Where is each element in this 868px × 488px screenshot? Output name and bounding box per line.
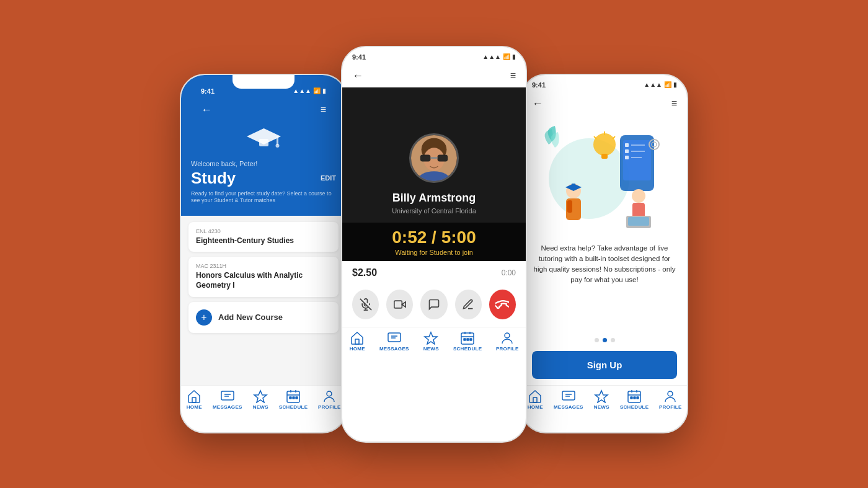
add-course-button[interactable]: + Add New Course (188, 302, 339, 333)
nav-schedule-left[interactable]: SCHEDULE (279, 389, 308, 410)
courses-area: ENL 4230 Eighteenth-Century Studies MAC … (181, 216, 346, 385)
svg-rect-42 (567, 200, 572, 213)
bottom-nav-right: HOME MESSAGES (522, 385, 687, 415)
svg-rect-5 (221, 391, 234, 400)
phone-left: 9:41 ▲▲▲ 📶 ▮ ← ≡ (180, 74, 347, 433)
wifi-icon-r: 📶 (664, 81, 671, 88)
waiting-text: Waiting for Student to join (395, 249, 473, 256)
video-area: Billy Armstrong University of Central Fl… (342, 87, 526, 261)
time-center: 9:41 (352, 53, 366, 61)
add-icon: + (196, 309, 212, 326)
news-icon-c (423, 331, 439, 345)
schedule-icon-left (285, 389, 301, 403)
nav-label-msg-c: MESSAGES (379, 346, 409, 352)
nav-label-sched-left: SCHEDULE (279, 404, 308, 410)
home-icon (186, 389, 202, 403)
svg-marker-59 (595, 391, 608, 402)
app-header-right: ← ≡ (522, 92, 687, 115)
end-call-button[interactable] (489, 290, 516, 319)
svg-point-31 (505, 333, 510, 338)
nav-schedule-right[interactable]: SCHEDULE (620, 389, 649, 410)
menu-button-right[interactable]: ≡ (671, 98, 677, 109)
bottom-nav-left: HOME MESSAGES (181, 385, 346, 415)
app-header-left: ← ≡ (191, 99, 336, 122)
nav-messages-right[interactable]: MESSAGES (554, 389, 583, 410)
nav-news-right[interactable]: NEWS (593, 389, 609, 410)
nav-label-news-r: NEWS (594, 404, 609, 410)
svg-rect-44 (572, 184, 575, 187)
nav-home-left[interactable]: HOME (186, 389, 202, 410)
svg-point-11 (327, 391, 332, 396)
nav-profile-right[interactable]: PROFILE (659, 389, 682, 410)
svg-rect-9 (293, 397, 294, 399)
svg-rect-17 (430, 157, 437, 159)
svg-point-64 (668, 391, 673, 396)
timer-current: 0:52 (392, 228, 427, 247)
nav-label-news-c: NEWS (423, 346, 439, 352)
tutor-name: Billy Armstrong (392, 192, 476, 205)
phones-container: 9:41 ▲▲▲ 📶 ▮ ← ≡ (180, 46, 688, 443)
chat-button[interactable] (420, 290, 447, 319)
svg-rect-62 (634, 397, 636, 399)
tutor-avatar (409, 133, 459, 183)
svg-rect-36 (601, 154, 608, 159)
illustration-svg (539, 123, 670, 231)
course-card-2[interactable]: MAC 2311H Honors Calculus with Analytic … (188, 257, 339, 296)
svg-point-45 (632, 189, 645, 203)
svg-rect-4 (192, 397, 196, 402)
grad-icon (245, 124, 282, 155)
svg-rect-52 (625, 149, 629, 153)
nav-messages-left[interactable]: MESSAGES (213, 389, 242, 410)
back-button-left[interactable]: ← (201, 104, 212, 117)
camera-button[interactable] (386, 290, 413, 319)
profile-icon-left (321, 389, 337, 403)
edit-button[interactable]: EDIT (321, 174, 336, 182)
course-code-1: ENL 4230 (196, 228, 331, 234)
svg-rect-15 (420, 154, 431, 161)
nav-news-center[interactable]: NEWS (423, 331, 439, 352)
nav-home-center[interactable]: HOME (349, 331, 365, 352)
svg-rect-28 (464, 339, 466, 340)
illustration-area (522, 115, 687, 239)
messages-icon-c (386, 331, 402, 345)
nav-profile-left[interactable]: PROFILE (318, 389, 341, 410)
nav-label-profile-left: PROFILE (318, 404, 341, 410)
nav-profile-center[interactable]: PROFILE (496, 331, 519, 352)
controls-row (342, 285, 526, 327)
signup-button[interactable]: Sign Up (532, 351, 677, 379)
svg-point-35 (593, 133, 616, 156)
nav-schedule-center[interactable]: SCHEDULE (453, 331, 482, 352)
app-header-center: ← ≡ (342, 64, 526, 87)
svg-rect-29 (467, 339, 469, 340)
svg-line-38 (613, 136, 615, 139)
svg-marker-6 (254, 391, 267, 402)
svg-rect-57 (533, 397, 537, 402)
timer-display: 0:52 / 5:00 (392, 228, 476, 247)
nav-label-home-r: HOME (528, 404, 543, 410)
svg-marker-22 (402, 301, 405, 306)
pen-button[interactable] (455, 290, 482, 319)
study-title: Study (191, 169, 236, 188)
menu-button-left[interactable]: ≡ (321, 104, 326, 115)
back-button-right[interactable]: ← (532, 97, 543, 110)
nav-messages-center[interactable]: MESSAGES (379, 331, 409, 352)
schedule-icon-c (459, 331, 476, 345)
mute-button[interactable] (352, 290, 379, 319)
dot-2[interactable] (603, 338, 607, 342)
profile-icon-c (499, 331, 515, 345)
nav-news-left[interactable]: NEWS (252, 389, 268, 410)
notch-right (574, 75, 636, 89)
svg-line-39 (594, 136, 596, 139)
svg-rect-25 (388, 333, 401, 342)
signal-icon-c: ▲▲▲ (482, 53, 501, 60)
nav-home-right[interactable]: HOME (527, 389, 543, 410)
price: $2.50 (352, 267, 377, 278)
menu-button-center[interactable]: ≡ (510, 70, 516, 81)
svg-rect-10 (296, 397, 298, 399)
blue-header: 9:41 ▲▲▲ 📶 ▮ ← ≡ (181, 75, 346, 216)
back-button-center[interactable]: ← (352, 69, 363, 82)
svg-point-3 (275, 144, 279, 148)
svg-rect-61 (631, 397, 632, 399)
timer-separator: / (432, 228, 441, 247)
course-card-1[interactable]: ENL 4230 Eighteenth-Century Studies (188, 222, 339, 252)
